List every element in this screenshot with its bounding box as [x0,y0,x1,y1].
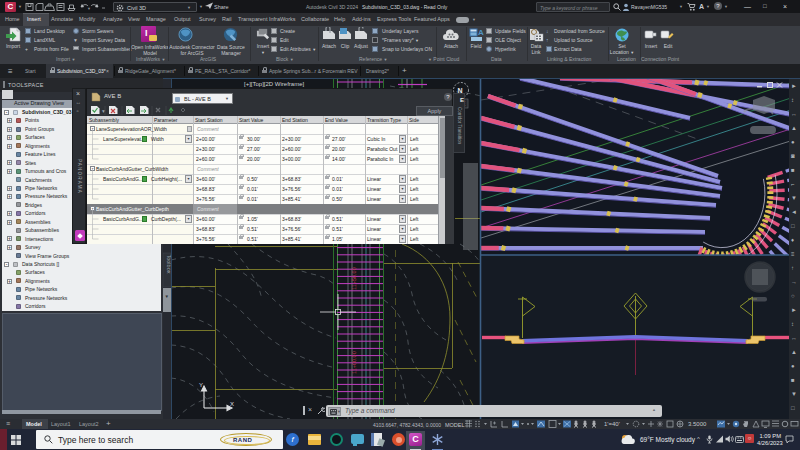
svg-text:▼: ▼ [87,6,91,11]
svg-text:Toolbox: Toolbox [166,255,172,274]
svg-text:▲: ▲ [791,125,797,131]
svg-text:◙: ◙ [791,153,795,159]
svg-text:11+00.00: 11+00.00 [351,351,357,374]
svg-text:●: ● [791,139,795,145]
svg-text:□: □ [791,223,795,229]
svg-text:≡: ≡ [791,251,795,257]
svg-text:⌐: ⌐ [791,181,795,187]
svg-text:Y: Y [199,382,203,388]
svg-text:A: A [478,28,484,37]
svg-text:♦: ♦ [791,237,794,243]
svg-text:11+50.00: 11+50.00 [351,267,357,290]
svg-text:[+][Top][2D Wireframe]: [+][Top][2D Wireframe] [244,81,305,87]
svg-text:X: X [230,401,234,407]
svg-text:►: ► [791,83,797,89]
svg-text:■: ■ [791,377,795,383]
svg-text:▼: ▼ [791,195,797,201]
svg-text:↕: ↕ [791,321,794,327]
svg-text:3.5000: 3.5000 [688,421,707,427]
svg-text:◄: ◄ [791,209,797,215]
svg-text:↑: ↑ [791,265,794,271]
svg-text:●: ● [791,363,795,369]
svg-text:►: ► [791,307,797,313]
svg-text:▼: ▼ [791,391,797,397]
svg-text:↔: ↔ [791,335,797,341]
svg-text:■: ■ [791,167,795,173]
svg-text:1'=40': 1'=40' [604,421,620,427]
svg-text:↔: ↔ [791,111,797,117]
svg-text:○: ○ [791,293,795,299]
svg-text:→: → [791,279,797,285]
svg-text:▲: ▲ [791,349,797,355]
svg-text:□: □ [791,405,795,411]
svg-text:↕: ↕ [791,97,794,103]
svg-text:▼: ▼ [165,294,169,299]
